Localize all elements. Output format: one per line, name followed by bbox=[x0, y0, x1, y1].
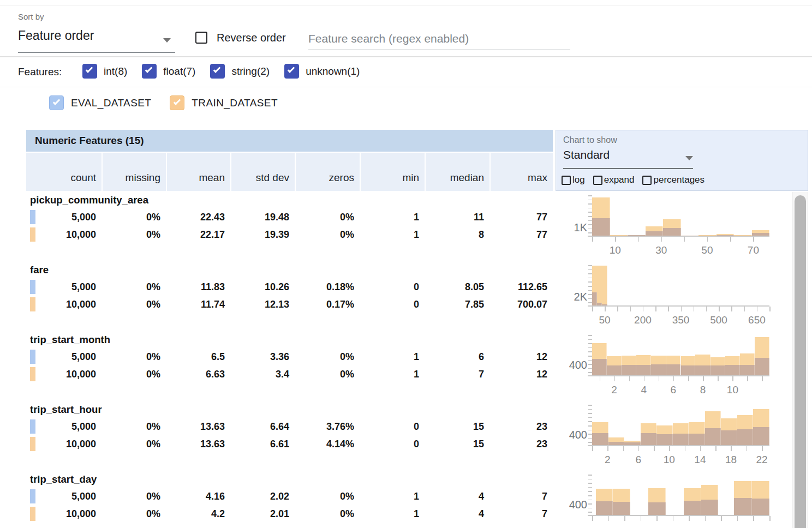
x-axis-tick-label: 22 bbox=[756, 454, 767, 466]
column-header-count: count bbox=[26, 153, 101, 191]
x-axis-tick bbox=[592, 307, 593, 311]
feature-name: trip_start_month bbox=[26, 332, 553, 348]
top-divider bbox=[0, 5, 812, 5]
stat-cell-max: 23 bbox=[489, 435, 553, 453]
dataset-toggle-eval_dataset[interactable]: EVAL_DATASET bbox=[49, 95, 151, 110]
stat-cell-count: 5,000 bbox=[26, 348, 101, 365]
stat-cell-missing: 0% bbox=[101, 418, 166, 435]
train-color-swatch bbox=[30, 297, 35, 311]
stat-cell-max: 77 bbox=[489, 226, 553, 243]
y-axis-label: 400 bbox=[562, 499, 587, 511]
y-axis-tick bbox=[588, 224, 592, 225]
toggle-expand[interactable]: expand bbox=[593, 175, 635, 185]
histogram-plot bbox=[592, 475, 769, 516]
type-filter-unknown[interactable]: unknown(1) bbox=[284, 64, 360, 79]
y-axis-tick bbox=[588, 483, 592, 484]
x-axis-tick bbox=[753, 516, 754, 521]
x-axis-tick bbox=[747, 376, 748, 381]
toggle-log[interactable]: log bbox=[562, 175, 585, 185]
eval-overlap-bar bbox=[648, 502, 666, 515]
checkmark-icon bbox=[174, 98, 181, 105]
x-axis-tick-label: 650 bbox=[748, 314, 766, 326]
stats-row-train: 10,0000%13.636.614.14%01523 bbox=[26, 435, 553, 453]
stat-cell-max: 700.07 bbox=[489, 296, 553, 313]
reverse-order-checkbox[interactable] bbox=[195, 32, 207, 44]
eval-overlap-bar bbox=[607, 365, 622, 375]
chevron-down-icon bbox=[163, 38, 171, 43]
x-axis-tick bbox=[659, 376, 660, 381]
x-axis-tick bbox=[668, 307, 669, 311]
x-axis-tick-label: 6 bbox=[636, 454, 642, 466]
x-axis-tick-label: 10 bbox=[610, 244, 621, 256]
dataset-legend: EVAL_DATASETTRAIN_DATASET bbox=[49, 95, 278, 110]
eval-overlap-bar bbox=[592, 292, 597, 305]
x-axis-tick bbox=[706, 307, 707, 311]
x-axis-tick-label: 50 bbox=[599, 314, 610, 326]
x-axis-tick bbox=[644, 376, 645, 381]
x-axis-tick bbox=[607, 446, 608, 451]
x-axis-tick bbox=[605, 307, 606, 311]
x-axis-tick-label: 18 bbox=[725, 454, 737, 466]
eval-overlap-bar bbox=[737, 429, 754, 445]
scrollbar-thumb[interactable] bbox=[795, 195, 806, 528]
x-axis-tick-label: 350 bbox=[672, 314, 690, 326]
stat-cell-std-dev: 19.39 bbox=[230, 226, 295, 243]
stat-cell-missing: 0% bbox=[101, 365, 166, 383]
sort-by-select[interactable]: Feature order bbox=[18, 28, 176, 51]
stat-cell-min: 1 bbox=[360, 488, 425, 505]
stat-cell-median: 7 bbox=[425, 365, 489, 383]
eval-color-swatch bbox=[30, 210, 35, 224]
x-axis-tick bbox=[719, 307, 720, 311]
stat-cell-mean: 22.43 bbox=[166, 208, 230, 226]
type-filter-string[interactable]: string(2) bbox=[210, 64, 270, 79]
x-axis-tick bbox=[753, 237, 754, 242]
y-axis-tick bbox=[588, 208, 592, 209]
y-axis-tick bbox=[588, 302, 592, 303]
x-axis-tick bbox=[731, 446, 732, 451]
y-axis-tick bbox=[588, 200, 592, 201]
x-axis-tick bbox=[654, 446, 655, 451]
type-filter-float[interactable]: float(7) bbox=[142, 64, 195, 79]
eval-overlap-bar bbox=[636, 365, 651, 375]
y-axis-tick bbox=[588, 438, 592, 439]
y-axis-tick bbox=[588, 417, 592, 418]
stat-cell-missing: 0% bbox=[101, 505, 166, 523]
x-axis-tick bbox=[703, 376, 704, 381]
stat-cell-count: 10,000 bbox=[26, 365, 101, 383]
stat-cell-median: 8 bbox=[425, 226, 489, 243]
x-axis-tick bbox=[641, 516, 642, 521]
x-axis-tick-label: 2 bbox=[611, 384, 617, 396]
toggle-percentages[interactable]: percentages bbox=[642, 175, 704, 185]
stat-cell-median: 6 bbox=[425, 348, 489, 365]
stat-cell-zeros: 0% bbox=[295, 365, 360, 383]
checkbox-unchecked bbox=[562, 176, 571, 185]
stat-cell-count: 5,000 bbox=[26, 208, 101, 226]
feature-block-fare: fare5,0000%11.8310.260.18%08.05112.6510,… bbox=[26, 262, 553, 332]
feature-search-input[interactable] bbox=[308, 27, 570, 50]
y-axis-tick bbox=[588, 203, 592, 205]
eval-overlap-bar bbox=[752, 499, 770, 515]
checkmark-icon bbox=[213, 65, 220, 73]
chart-type-select[interactable]: Standard bbox=[563, 148, 693, 167]
y-axis-tick bbox=[588, 434, 592, 435]
chart-select-underline bbox=[563, 168, 693, 169]
stats-row-train: 10,0000%11.7412.130.17%07.85700.07 bbox=[26, 296, 553, 313]
stats-row-eval: 5,0000%11.8310.260.18%08.05112.65 bbox=[26, 278, 553, 296]
feature-name: trip_start_day bbox=[26, 471, 553, 488]
stat-cell-min: 1 bbox=[360, 208, 425, 226]
type-filter-int[interactable]: int(8) bbox=[82, 64, 127, 79]
stat-cell-missing: 0% bbox=[101, 278, 166, 296]
charts-column: 1K103050702K5020035050065040024681040026… bbox=[562, 192, 791, 528]
y-axis-tick bbox=[588, 487, 592, 488]
y-axis-tick bbox=[588, 421, 592, 422]
eval-overlap-bar bbox=[628, 235, 646, 236]
y-axis-tick bbox=[588, 368, 592, 369]
dataset-toggle-train_dataset[interactable]: TRAIN_DATASET bbox=[170, 95, 278, 110]
histogram-plot bbox=[592, 405, 769, 446]
histogram-plot bbox=[592, 265, 769, 307]
chart-to-show-label: Chart to show bbox=[563, 135, 617, 145]
x-axis-tick-label: 14 bbox=[694, 454, 706, 466]
x-axis-tick bbox=[655, 307, 656, 311]
checkbox-checked bbox=[142, 64, 157, 79]
toggle-label: percentages bbox=[653, 175, 704, 185]
